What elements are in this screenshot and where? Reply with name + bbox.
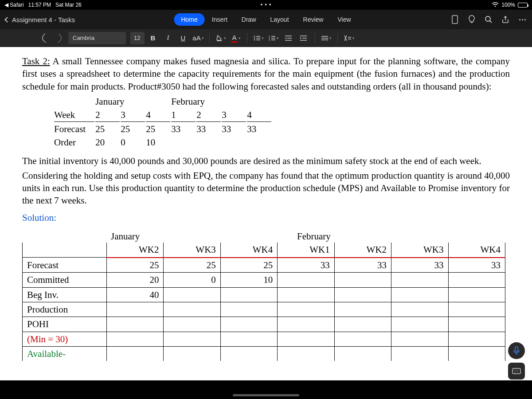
svg-point-8 <box>254 39 255 40</box>
month-february: February <box>171 95 271 108</box>
highlight-button[interactable]: ▾ <box>214 32 227 44</box>
bullets-button[interactable]: ▾ <box>252 32 265 44</box>
solution-month-row: January February <box>22 230 510 243</box>
svg-point-2 <box>485 16 490 21</box>
search-icon[interactable] <box>484 15 493 24</box>
app-header: Assignment 4 - Tasks Home Insert Draw La… <box>0 10 532 29</box>
font-size-selector[interactable]: 12 <box>130 32 145 44</box>
outdent-button[interactable] <box>282 32 295 44</box>
undo-icon[interactable] <box>40 33 51 43</box>
font-selector[interactable]: Cambria <box>68 32 126 44</box>
paragraph-button[interactable]: ¶▾ <box>320 32 333 44</box>
svg-point-33 <box>517 372 518 372</box>
dictate-button[interactable] <box>508 342 525 359</box>
cell: 33 <box>196 123 221 135</box>
cell: 2 <box>196 109 221 121</box>
svg-rect-0 <box>452 16 458 23</box>
wk-header: WK4 <box>448 243 505 257</box>
svg-point-31 <box>514 372 515 372</box>
cell <box>334 287 391 302</box>
wk-header: WK2 <box>334 243 391 257</box>
tab-insert[interactable]: Insert <box>205 13 235 26</box>
cell <box>448 273 505 287</box>
mobile-view-icon[interactable] <box>450 15 459 24</box>
multitask-dots-icon[interactable]: • • • <box>261 2 271 8</box>
italic-button[interactable]: I <box>161 32 175 44</box>
battery-percent: 100% <box>501 2 515 8</box>
row-order-label: Order <box>54 136 94 149</box>
cell: 4 <box>247 109 271 121</box>
cell: 20 <box>107 273 164 287</box>
cell: 33 <box>247 123 271 135</box>
cell: 33 <box>334 258 391 273</box>
solution-heading: Solution: <box>22 211 510 224</box>
svg-point-28 <box>514 370 515 371</box>
tab-home[interactable]: Home <box>174 13 204 26</box>
svg-point-30 <box>517 370 518 371</box>
row-label: Forecast <box>23 258 107 273</box>
cell: 33 <box>391 258 448 273</box>
cell <box>171 136 196 149</box>
svg-point-6 <box>254 37 255 39</box>
font-color-button[interactable]: A▾ <box>229 32 243 44</box>
cell <box>247 136 271 149</box>
cell: 25 <box>107 258 164 273</box>
lightbulb-icon[interactable] <box>467 15 476 24</box>
tab-draw[interactable]: Draw <box>235 13 263 26</box>
sol-february: February <box>297 230 331 243</box>
wk-header: WK2 <box>107 243 164 257</box>
cell: 0 <box>164 273 220 287</box>
document-title: Assignment 4 - Tasks <box>12 16 75 23</box>
cell: 33 <box>448 258 505 273</box>
back-to-safari[interactable]: ◀ Safari <box>4 2 24 8</box>
cell <box>391 287 448 302</box>
status-date: Sat Mar 26 <box>55 2 82 8</box>
tab-layout[interactable]: Layout <box>263 13 296 26</box>
keyboard-button[interactable] <box>508 363 525 379</box>
cell: 25 <box>146 123 170 135</box>
cell: 10 <box>146 136 170 149</box>
svg-point-32 <box>516 372 516 372</box>
task-paragraph: Task 2: A small Tennessee company makes … <box>22 55 510 93</box>
row-forecast-label: Forecast <box>54 123 94 135</box>
cell: 2 <box>95 109 120 121</box>
row-label: Production <box>23 302 107 317</box>
bold-button[interactable]: B <box>146 32 160 44</box>
redo-icon[interactable] <box>54 33 64 43</box>
cell: 25 <box>121 123 145 135</box>
cell: 20 <box>95 136 120 149</box>
home-indicator[interactable] <box>233 394 299 396</box>
cell: 0 <box>121 136 145 149</box>
styles-button[interactable]: ▾ <box>342 32 356 44</box>
cell <box>278 273 334 287</box>
solution-table: WK2 WK3 WK4 WK1 WK2 WK3 WK4 Forecast 25 … <box>22 243 505 361</box>
cell <box>448 287 505 302</box>
tab-view[interactable]: View <box>330 13 358 26</box>
share-icon[interactable] <box>501 15 510 24</box>
cell: 3 <box>121 109 145 121</box>
document-body[interactable]: Task 2: A small Tennessee company makes … <box>0 47 532 361</box>
svg-point-4 <box>254 35 255 37</box>
svg-text:3: 3 <box>269 39 270 41</box>
formatting-toolbar: Cambria 12 B I U aA▾ ▾ A▾ ▾ 123▾ ¶▾ ▾ <box>0 29 532 47</box>
cell: 25 <box>95 123 120 135</box>
tab-review[interactable]: Review <box>296 13 331 26</box>
chevron-left-icon <box>4 17 10 23</box>
text-effects-button[interactable]: aA▾ <box>192 32 205 44</box>
bottom-bar <box>0 380 532 399</box>
wk-header: WK4 <box>220 243 277 257</box>
back-button[interactable]: Assignment 4 - Tasks <box>5 16 75 23</box>
cell <box>220 287 277 302</box>
sol-january: January <box>111 230 297 243</box>
input-data-table: January February Week 2 3 4 1 2 3 4 Fore… <box>53 94 272 149</box>
underline-button[interactable]: U <box>176 32 190 44</box>
cell: 33 <box>278 258 334 273</box>
ribbon-tabs: Home Insert Draw Layout Review View <box>174 13 358 26</box>
wifi-icon <box>492 2 499 8</box>
month-january: January <box>95 95 170 108</box>
more-icon[interactable] <box>518 15 527 24</box>
numbering-button[interactable]: 123▾ <box>267 32 280 44</box>
cell <box>334 273 391 287</box>
indent-button[interactable] <box>297 32 310 44</box>
svg-rect-26 <box>515 347 518 352</box>
